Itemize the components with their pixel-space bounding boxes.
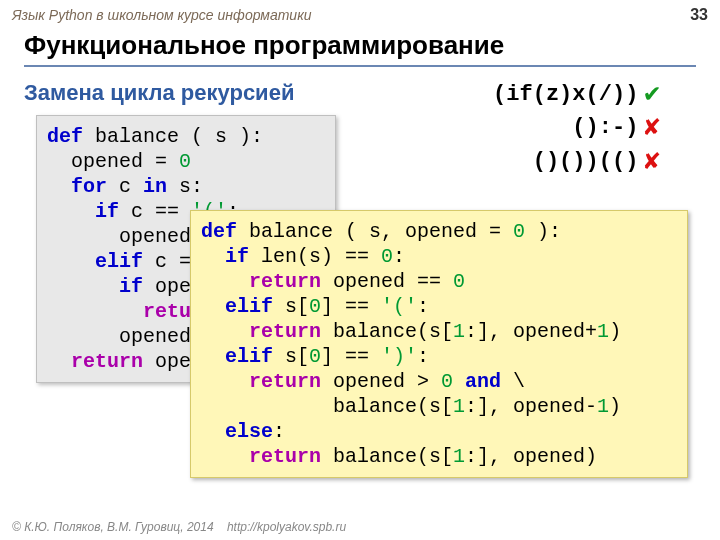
- check-icon: ✔: [644, 78, 660, 112]
- slide: Язык Python в школьном курсе информатики…: [0, 0, 720, 540]
- course-name: Язык Python в школьном курсе информатики: [12, 7, 312, 23]
- copyright: © К.Ю. Поляков, В.М. Гуровиц, 2014: [12, 520, 214, 534]
- slide-subtitle: Замена цикла рекурсией: [24, 80, 294, 106]
- code-pre: def balance ( s, opened = 0 ): if len(s)…: [201, 219, 677, 469]
- example-row: (if(z)x(/)) ✔: [493, 78, 660, 112]
- top-bar: Язык Python в школьном курсе информатики…: [12, 6, 708, 24]
- example-text: ():-): [572, 114, 638, 143]
- page-number: 33: [690, 6, 708, 24]
- example-row: ():-) ✘: [493, 112, 660, 146]
- footer-link[interactable]: http://kpolyakov.spb.ru: [227, 520, 346, 534]
- cross-icon: ✘: [644, 112, 660, 146]
- footer: © К.Ю. Поляков, В.М. Гуровиц, 2014 http:…: [12, 520, 346, 534]
- slide-title: Функциональное программирование: [24, 30, 696, 67]
- example-text: ()())((): [533, 148, 639, 177]
- code-recursive: def balance ( s, opened = 0 ): if len(s)…: [190, 210, 688, 478]
- example-list: (if(z)x(/)) ✔ ():-) ✘ ()())(() ✘: [493, 78, 660, 179]
- example-row: ()())(() ✘: [493, 146, 660, 180]
- cross-icon: ✘: [644, 146, 660, 180]
- example-text: (if(z)x(/)): [493, 81, 638, 110]
